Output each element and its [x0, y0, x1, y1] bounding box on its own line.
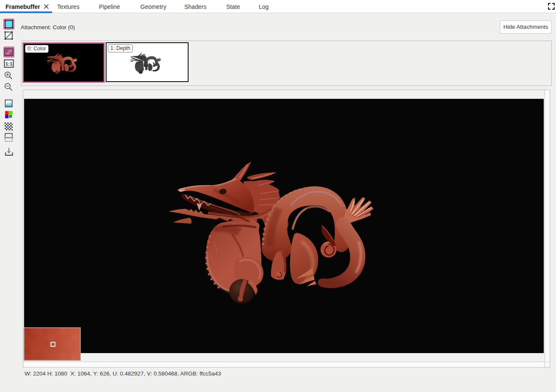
svg-text:1:1: 1:1 [5, 61, 13, 66]
